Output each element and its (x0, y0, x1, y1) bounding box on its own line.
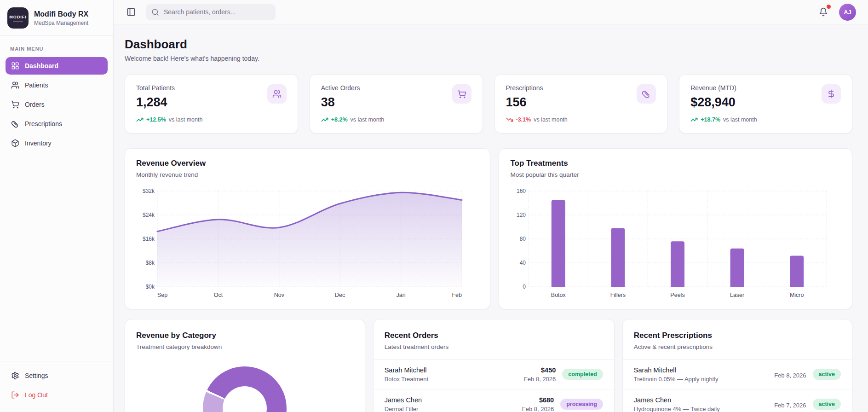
app-window: MODIFI Modifi Body RX MedSpa Management … (0, 0, 868, 412)
bell-icon (819, 7, 828, 17)
stat-change: -3.1% vs last month (506, 116, 568, 123)
notifications-button[interactable] (817, 6, 830, 18)
shopping-cart-icon (11, 100, 19, 109)
stat-change-suffix: vs last month (351, 116, 385, 123)
svg-text:$0k: $0k (146, 284, 155, 290)
svg-text:Nov: Nov (274, 292, 285, 298)
svg-text:Feb: Feb (452, 292, 462, 298)
order-patient-name: Sarah Mitchell (385, 366, 428, 374)
svg-text:0: 0 (523, 284, 526, 290)
brand-tagline: MedSpa Management (34, 20, 88, 26)
recent-prescriptions-card: Recent Prescriptions Active & recent pre… (622, 319, 852, 412)
svg-text:$8k: $8k (146, 260, 155, 266)
svg-text:120: 120 (517, 212, 526, 218)
log-out-button[interactable]: Log Out (6, 386, 108, 404)
sidebar-item-prescriptions[interactable]: Prescriptions (6, 115, 108, 133)
stat-value: 156 (506, 95, 568, 110)
list-title: Recent Orders (385, 331, 603, 340)
users-icon (267, 84, 287, 104)
chart-title: Revenue by Category (136, 331, 354, 340)
stat-change-percent: +18.7% (701, 116, 720, 123)
list-subtitle: Latest treatment orders (385, 343, 603, 350)
svg-text:$32k: $32k (143, 188, 155, 194)
trending-up-icon (321, 116, 328, 123)
sidebar-item-inventory[interactable]: Inventory (6, 134, 108, 152)
chart-title: Revenue Overview (136, 159, 479, 168)
order-date: Feb 8, 2026 (524, 376, 556, 383)
sidebar-item-label: Settings (25, 372, 48, 379)
revenue-overview-card: Revenue Overview Monthly revenue trend $… (125, 148, 490, 309)
prescription-date: Feb 8, 2026 (774, 372, 806, 379)
prescription-row[interactable]: Sarah Mitchell Tretinoin 0.05% — Apply n… (623, 360, 852, 389)
top-treatments-card: Top Treatments Most popular this quarter… (499, 148, 852, 309)
list-title: Recent Prescriptions (634, 331, 841, 340)
search-icon (151, 8, 159, 16)
search-box[interactable] (146, 4, 276, 20)
sidebar-footer: Settings Log Out (0, 361, 113, 412)
topbar: AJ (114, 0, 868, 24)
revenue-by-category-card: Revenue by Category Treatment category b… (125, 319, 365, 412)
order-row[interactable]: Sarah Mitchell Botox Treatment $450 Feb … (374, 360, 614, 389)
trending-down-icon (506, 116, 513, 123)
sidebar-item-label: Dashboard (25, 62, 58, 70)
sidebar-item-settings[interactable]: Settings (6, 367, 108, 384)
stat-value: 38 (321, 95, 384, 110)
stat-label: Total Patients (136, 84, 202, 92)
sidebar-toggle-button[interactable] (125, 6, 138, 18)
stats-row: Total Patients 1,284 +12.5% vs last mont… (125, 74, 852, 133)
order-row[interactable]: James Chen Dermal Filler $680 Feb 8, 202… (374, 389, 614, 412)
stat-card: Revenue (MTD) $28,940 +18.7% vs last mon… (679, 74, 852, 133)
order-treatment: Botox Treatment (385, 376, 428, 383)
users-icon (11, 81, 19, 89)
svg-text:40: 40 (520, 260, 526, 266)
stat-change-suffix: vs last month (534, 116, 568, 123)
stat-change: +18.7% vs last month (690, 116, 757, 123)
list-subtitle: Active & recent prescriptions (634, 343, 841, 350)
panel-left-icon (126, 7, 136, 17)
svg-text:$24k: $24k (143, 212, 155, 218)
order-treatment: Dermal Filler (385, 406, 422, 412)
stat-value: 1,284 (136, 95, 202, 110)
svg-text:Peels: Peels (671, 292, 685, 298)
svg-text:160: 160 (517, 188, 526, 194)
svg-text:Laser: Laser (730, 292, 744, 298)
sidebar-item-patients[interactable]: Patients (6, 76, 108, 94)
stat-card: Prescriptions 156 -3.1% vs last month (494, 74, 668, 133)
sidebar-item-label: Prescriptions (25, 120, 62, 128)
stat-change: +12.5% vs last month (136, 116, 202, 123)
brand-logo: MODIFI (7, 7, 29, 29)
shopping-cart-icon (452, 84, 471, 104)
prescription-detail: Tretinoin 0.05% — Apply nightly (634, 376, 719, 383)
main-menu: MAIN MENU Dashboard Patients Orders (0, 36, 113, 361)
chart-title: Top Treatments (510, 159, 841, 168)
recent-orders-card: Recent Orders Latest treatment orders Sa… (373, 319, 615, 412)
menu-section-label: MAIN MENU (10, 46, 103, 52)
stat-card: Total Patients 1,284 +12.5% vs last mont… (125, 74, 298, 133)
prescription-detail: Hydroquinone 4% — Twice daily (634, 406, 720, 412)
status-badge: active (813, 399, 841, 410)
sidebar-item-orders[interactable]: Orders (6, 96, 108, 113)
trending-up-icon (136, 116, 144, 123)
stat-label: Revenue (MTD) (690, 84, 757, 92)
pill-icon (11, 120, 19, 128)
charts-row: Revenue Overview Monthly revenue trend $… (125, 148, 852, 309)
stat-change-percent: +12.5% (146, 116, 166, 123)
avatar[interactable]: AJ (839, 4, 856, 21)
revenue-line-chart: $0k$8k$16k$24k$32kSepOctNovDecJanFeb (136, 186, 466, 301)
prescription-row[interactable]: James Chen Hydroquinone 4% — Twice daily… (623, 389, 852, 412)
stat-card: Active Orders 38 +8.2% vs last month (310, 74, 483, 133)
chart-subtitle: Treatment category breakdown (136, 343, 354, 350)
prescription-date: Feb 7, 2026 (774, 402, 806, 409)
order-amount: $680 (522, 396, 554, 404)
prescription-patient-name: James Chen (634, 396, 720, 404)
notification-dot (827, 5, 831, 9)
treatments-bar-chart: 04080120160BotoxFillersPeelsLaserMicro (510, 186, 832, 301)
stat-change-suffix: vs last month (169, 116, 203, 123)
stat-change-percent: -3.1% (516, 116, 531, 123)
layout-grid-icon (11, 62, 19, 70)
page-subtitle: Welcome back! Here's what's happening to… (125, 55, 852, 62)
sidebar: MODIFI Modifi Body RX MedSpa Management … (0, 0, 114, 412)
order-date: Feb 8, 2026 (522, 406, 554, 412)
search-input[interactable] (164, 8, 270, 16)
sidebar-item-dashboard[interactable]: Dashboard (6, 57, 108, 75)
